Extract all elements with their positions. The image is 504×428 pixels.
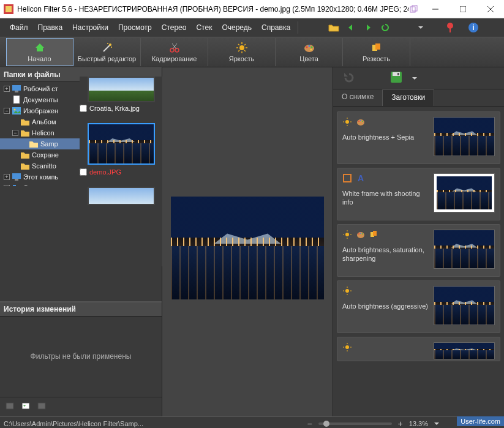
svg-point-29 — [306, 47, 307, 48]
svg-rect-41 — [15, 179, 18, 181]
thumbnail-selected[interactable] — [88, 123, 155, 165]
refresh-icon[interactable] — [378, 20, 393, 35]
menu-stereo[interactable]: Стерео — [157, 21, 192, 34]
svg-text:i: i — [472, 23, 474, 32]
svg-rect-3 — [412, 6, 417, 11]
preset-item[interactable]: Auto brightness (aggressive) — [337, 280, 500, 333]
preset-item[interactable] — [337, 337, 500, 361]
tab-crop[interactable]: Кадрирование — [141, 38, 208, 66]
preset-item[interactable]: A White frame with shooting info — [337, 168, 500, 220]
svg-line-11 — [103, 45, 110, 51]
preset-item[interactable]: Auto brightness, saturation, sharpening — [337, 224, 500, 277]
history-tool-3[interactable] — [37, 400, 48, 414]
save-icon[interactable] — [389, 70, 403, 86]
svg-rect-34 — [375, 43, 380, 50]
status-path: C:\Users\Admin\Pictures\Helicon Filter\S… — [4, 420, 143, 427]
menu-queue[interactable]: Очередь — [217, 21, 257, 34]
svg-rect-1 — [6, 6, 12, 12]
svg-text:A: A — [358, 173, 364, 183]
menu-view[interactable]: Просмотр — [113, 21, 157, 34]
titlebar: Helicon Filter 5.6 - НЕЗАРЕГИСТРИРОВАННА… — [0, 0, 504, 18]
thumb-checkbox[interactable] — [80, 168, 87, 176]
letter-a-icon: A — [356, 173, 366, 186]
svg-rect-60 — [344, 175, 351, 182]
zoom-slider[interactable] — [318, 422, 392, 425]
desktop-icon — [12, 84, 21, 93]
presets-list[interactable]: Auto brightness + Sepia A White frame wi… — [333, 107, 504, 416]
menu-settings[interactable]: Настройки — [67, 21, 113, 34]
maximize-button[interactable] — [449, 0, 476, 18]
preset-thumb — [434, 230, 495, 269]
sun-icon — [342, 230, 352, 242]
thumb-checkbox[interactable] — [80, 105, 87, 112]
preset-item[interactable]: Auto brightness + Sepia — [337, 111, 500, 164]
sun-icon — [342, 117, 352, 129]
svg-point-70 — [362, 233, 363, 235]
forward-icon[interactable] — [361, 20, 375, 35]
svg-rect-36 — [15, 91, 18, 92]
duplicate-icon[interactable] — [409, 4, 419, 14]
svg-rect-35 — [12, 85, 21, 91]
zoom-out-icon[interactable]: − — [307, 419, 312, 429]
preset-title: Auto brightness, saturation, sharpening — [342, 246, 429, 263]
tab-colors-label: Цвета — [299, 55, 318, 62]
svg-point-59 — [362, 121, 363, 122]
history-panel: История изменений Фильтры не были примен… — [0, 301, 162, 417]
sharpen-icon — [370, 42, 383, 54]
preset-thumb — [434, 173, 495, 212]
thumbnail[interactable] — [88, 187, 155, 205]
svg-rect-47 — [38, 403, 45, 409]
svg-rect-45 — [6, 403, 13, 409]
svg-rect-37 — [13, 96, 20, 103]
svg-point-15 — [170, 48, 174, 52]
status-bar: C:\Users\Admin\Pictures\Helicon Filter\S… — [0, 416, 504, 428]
menu-stack[interactable]: Стек — [191, 21, 217, 34]
watermark: User-life.com — [457, 416, 504, 426]
tab-brightness[interactable]: Яркость — [208, 38, 276, 66]
svg-line-24 — [238, 44, 239, 45]
menu-edit[interactable]: Правка — [33, 21, 68, 34]
scissors-icon — [168, 42, 181, 54]
tab-presets[interactable]: Заготовки — [382, 89, 434, 106]
folder-icon — [21, 129, 29, 137]
menu-help[interactable]: Справка — [257, 21, 295, 34]
preset-title: Auto brightness + Sepia — [342, 133, 429, 141]
svg-rect-38 — [12, 107, 21, 115]
info-icon[interactable]: i — [466, 20, 481, 35]
svg-point-68 — [358, 233, 359, 235]
pin-icon[interactable] — [443, 20, 457, 35]
tab-about-image[interactable]: О снимке — [333, 89, 382, 106]
close-button[interactable] — [476, 0, 504, 18]
preview-area[interactable] — [162, 67, 333, 416]
main-area: Папки и файлы +Рабочий ст Документы −Изо… — [0, 67, 504, 416]
thumbnail[interactable] — [88, 77, 155, 102]
tab-sharpness[interactable]: Резкость — [343, 38, 410, 66]
back-icon[interactable] — [344, 20, 358, 35]
tab-quick-label: Быстрый редактор — [78, 55, 137, 62]
tab-colors[interactable]: Цвета — [276, 38, 343, 66]
tab-quick-editor[interactable]: Быстрый редактор — [73, 38, 141, 66]
svg-point-13 — [107, 43, 108, 44]
zoom-in-icon[interactable]: + — [398, 419, 403, 429]
tab-crop-label: Кадрирование — [152, 55, 197, 62]
minimize-button[interactable] — [421, 0, 449, 18]
thispc-icon — [12, 173, 21, 181]
zoom-dropdown-icon[interactable] — [434, 420, 439, 427]
tab-brightness-label: Яркость — [229, 55, 254, 62]
save-dropdown-icon[interactable] — [412, 73, 418, 84]
thumbnail-strip[interactable]: Croatia, Krka.jpg demo.JPG — [80, 77, 162, 266]
history-tool-1[interactable] — [5, 400, 16, 414]
tab-home[interactable]: Начало — [6, 38, 73, 66]
svg-point-78 — [345, 345, 349, 349]
svg-rect-72 — [373, 231, 377, 236]
preset-title: White frame with shooting info — [342, 189, 429, 207]
svg-point-16 — [175, 48, 179, 52]
undo-icon[interactable] — [340, 72, 354, 85]
right-panel: О снимке Заготовки Auto brightness + Sep… — [333, 67, 504, 416]
menu-file[interactable]: Файл — [5, 21, 33, 34]
open-folder-icon[interactable] — [326, 20, 341, 35]
svg-point-62 — [345, 233, 349, 236]
history-tool-2[interactable] — [21, 400, 32, 414]
dropdown-icon[interactable] — [413, 20, 428, 35]
sun-icon — [236, 42, 248, 54]
